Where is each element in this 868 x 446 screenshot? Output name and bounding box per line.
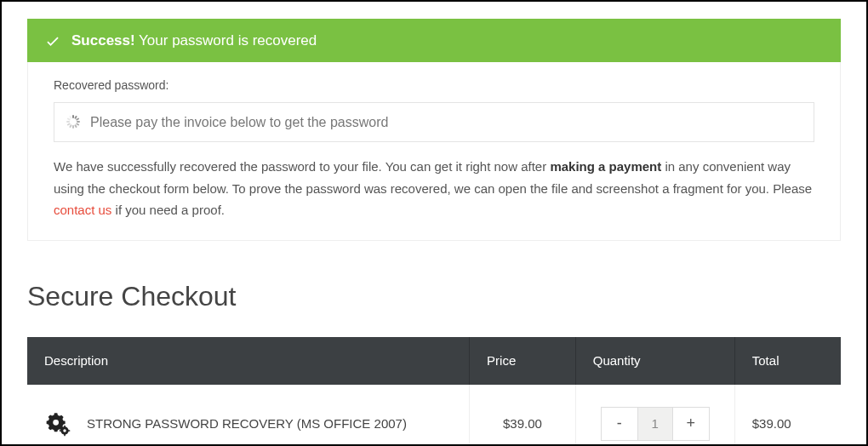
- svg-rect-5: [68, 430, 71, 432]
- item-price: $39.00: [470, 385, 576, 446]
- recovered-password-label: Recovered password:: [54, 76, 814, 94]
- alert-text: Success! Your password is recovered: [71, 29, 317, 52]
- svg-rect-2: [64, 426, 66, 428]
- check-icon: [44, 32, 61, 49]
- qty-minus-button[interactable]: -: [602, 408, 637, 440]
- svg-rect-4: [60, 430, 62, 432]
- recovery-card: Recovered password: Please pay the invoi…: [27, 62, 841, 240]
- col-price: Price: [470, 337, 576, 385]
- page-root: Success! Your password is recovered Reco…: [0, 0, 868, 446]
- svg-rect-3: [64, 434, 66, 437]
- alert-message: Your password is recovered: [139, 32, 317, 49]
- col-total: Total: [734, 337, 841, 385]
- svg-point-1: [63, 429, 66, 432]
- info-lead: We have successfully recovered the passw…: [54, 159, 550, 174]
- col-description: Description: [27, 337, 470, 385]
- info-paragraph: We have successfully recovered the passw…: [54, 156, 814, 221]
- loading-spinner-icon: [66, 115, 80, 129]
- col-quantity: Quantity: [575, 337, 734, 385]
- item-name: STRONG PASSWORD RECOVERY (MS OFFICE 2007…: [87, 414, 407, 434]
- quantity-stepper: - 1 +: [601, 407, 710, 441]
- success-alert: Success! Your password is recovered: [27, 19, 841, 62]
- qty-value: 1: [637, 408, 673, 440]
- table-row: STRONG PASSWORD RECOVERY (MS OFFICE 2007…: [27, 385, 841, 446]
- gear-icon: [44, 410, 71, 437]
- alert-bold: Success!: [71, 32, 135, 49]
- info-tail: if you need a proof.: [111, 203, 225, 217]
- item-total: $39.00: [734, 385, 841, 446]
- contact-us-link[interactable]: contact us: [54, 203, 111, 217]
- info-strong: making a payment: [550, 159, 661, 174]
- password-box: Please pay the invoice below to get the …: [54, 102, 814, 143]
- checkout-table: Description Price Quantity Total: [27, 337, 841, 446]
- qty-plus-button[interactable]: +: [673, 408, 709, 440]
- checkout-title: Secure Checkout: [27, 275, 841, 318]
- password-placeholder: Please pay the invoice below to get the …: [90, 112, 388, 134]
